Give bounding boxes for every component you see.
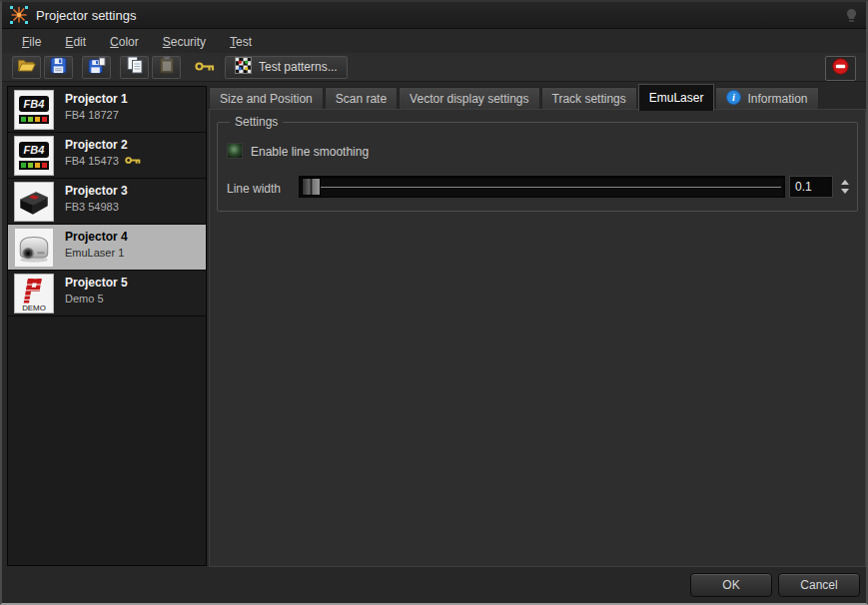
menu-item-file[interactable]: File <box>14 32 49 52</box>
info-icon: i <box>726 90 741 108</box>
open-folder-icon <box>17 58 36 77</box>
svg-text:DEMO: DEMO <box>22 303 46 312</box>
fb4-device-icon: FB4 <box>14 90 54 130</box>
projector-list-item-4-selected[interactable]: Projector 4 EmuLaser 1 <box>8 225 206 271</box>
groupbox-title: Settings <box>230 115 283 129</box>
menu-item-color[interactable]: Color <box>102 32 147 52</box>
cancel-button[interactable]: Cancel <box>778 573 860 597</box>
line-width-label: Line width <box>227 182 281 196</box>
projector-device: EmuLaser 1 <box>65 247 124 259</box>
line-width-slider-thumb[interactable] <box>302 178 321 196</box>
projector-device: FB3 54983 <box>65 201 119 213</box>
save-as-icon <box>88 57 106 78</box>
menu-item-security[interactable]: Security <box>155 32 214 52</box>
demo-logo-icon: DEMO <box>14 274 54 313</box>
chevron-down-icon <box>841 189 849 194</box>
settings-tabstrip: Size and Position Scan rate Vector displ… <box>209 84 820 110</box>
save-as-button[interactable] <box>82 56 111 79</box>
projector-name: Projector 1 <box>65 92 128 106</box>
projector-list-item-5[interactable]: DEMO Projector 5 Demo 5 <box>8 271 206 316</box>
projector-list-item-2[interactable]: FB4 Projector 2 FB4 15473 <box>8 133 206 179</box>
paste-button[interactable] <box>152 56 181 79</box>
emulaser-tab-panel: Settings Enable line smoothing Line widt… <box>209 109 866 567</box>
tab-size-and-position[interactable]: Size and Position <box>209 87 324 110</box>
key-icon <box>195 58 215 76</box>
output-blocked-button[interactable] <box>825 56 856 81</box>
line-width-value-input[interactable]: 0.1 <box>789 176 833 198</box>
projector-device: FB4 18727 <box>65 109 119 121</box>
projector-list-item-1[interactable]: FB4 Projector 1 FB4 18727 <box>8 87 206 133</box>
projector-list-item-3[interactable]: Projector 3 FB3 54983 <box>8 179 206 225</box>
line-width-slider[interactable] <box>299 176 785 198</box>
save-button[interactable] <box>44 56 73 79</box>
tab-vector-display-settings[interactable]: Vector display settings <box>399 87 539 110</box>
open-button[interactable] <box>12 56 41 79</box>
ok-button[interactable]: OK <box>690 573 772 597</box>
line-width-spinner <box>837 176 853 198</box>
spin-up-button[interactable] <box>837 179 853 186</box>
dim-bulb-icon <box>845 8 858 23</box>
menubar: File Edit Color Security Test <box>2 30 866 53</box>
tab-scan-rate[interactable]: Scan rate <box>325 87 398 110</box>
titlebar[interactable]: Projector settings <box>2 2 866 29</box>
tab-track-settings[interactable]: Track settings <box>541 87 637 110</box>
line-smoothing-checkbox[interactable] <box>227 143 243 159</box>
projector-list: FB4 Projector 1 FB4 18727 FB4 Projector … <box>7 86 207 566</box>
projector-settings-window: Projector settings File Edit Color Secur… <box>0 0 868 605</box>
test-patterns-label: Test patterns... <box>259 60 338 74</box>
locked-key-icon <box>125 155 141 167</box>
laser-burst-icon <box>10 6 28 24</box>
copy-icon <box>127 56 143 78</box>
toolbar: Test patterns... <box>2 53 866 82</box>
output-blocked-icon <box>832 58 849 79</box>
menu-item-edit[interactable]: Edit <box>57 32 94 52</box>
settings-groupbox: Settings Enable line smoothing Line widt… <box>217 122 858 212</box>
test-patterns-button[interactable]: Test patterns... <box>225 56 348 79</box>
menu-item-test[interactable]: Test <box>222 32 260 52</box>
window-title: Projector settings <box>36 8 136 23</box>
projector-name: Projector 5 <box>65 276 128 290</box>
projector-name: Projector 3 <box>65 184 128 198</box>
projector-name: Projector 2 <box>65 138 128 152</box>
copy-button[interactable] <box>120 56 149 79</box>
test-patterns-grid-icon <box>235 57 252 77</box>
spin-down-button[interactable] <box>837 188 853 195</box>
projector-name: Projector 4 <box>65 230 128 244</box>
paste-icon <box>159 56 175 78</box>
save-icon <box>50 57 67 78</box>
security-key-button[interactable] <box>190 56 219 79</box>
tab-emulaser-active[interactable]: EmuLaser <box>638 84 715 111</box>
projector-device: FB4 15473 <box>65 155 119 167</box>
projector-device: Demo 5 <box>65 293 104 304</box>
fb4-device-icon: FB4 <box>14 136 54 176</box>
chevron-up-icon <box>841 180 849 185</box>
fb3-device-icon <box>14 182 54 222</box>
tab-information[interactable]: i Information <box>715 87 818 110</box>
line-smoothing-label: Enable line smoothing <box>251 145 369 159</box>
svg-text:i: i <box>733 92 736 103</box>
emulaser-projector-icon <box>14 228 54 268</box>
